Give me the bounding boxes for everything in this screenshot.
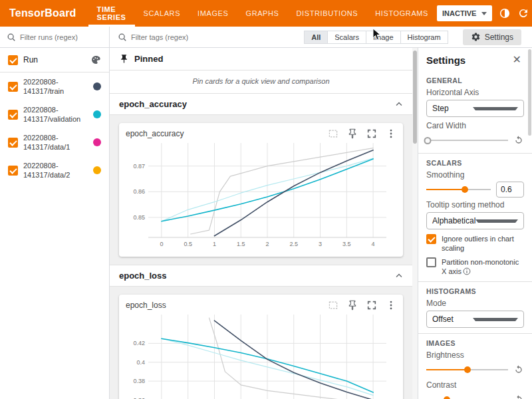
run-row-train[interactable]: 20220808- 141317/train: [0, 72, 109, 100]
run-color-dot: [93, 138, 101, 146]
tooltip-sorting-select[interactable]: Alphabetical: [426, 212, 524, 229]
svg-text:0.38: 0.38: [133, 378, 145, 384]
fullscreen-icon[interactable]: [366, 300, 377, 311]
general-heading: GENERAL: [426, 76, 524, 84]
settings-panel-title: Settings: [426, 55, 510, 66]
main-scrollbar[interactable]: [412, 48, 418, 399]
tab-scalars[interactable]: SCALARS: [135, 0, 190, 27]
run-checkbox[interactable]: [8, 82, 18, 92]
chevron-up-icon[interactable]: [395, 272, 403, 280]
filter-toolbar: All Scalars Image Histogram Settings: [0, 27, 532, 48]
histograms-heading: HISTOGRAMS: [426, 287, 524, 295]
reset-icon[interactable]: [513, 135, 524, 146]
scrollbar-thumb[interactable]: [413, 51, 417, 144]
tab-distributions[interactable]: DISTRIBUTIONS: [288, 0, 367, 27]
histogram-mode-select[interactable]: Offset: [426, 311, 524, 328]
filter-histogram-button[interactable]: Histogram: [400, 31, 448, 44]
pinned-hint-text: Pin cards for a quick view and compariso…: [110, 70, 412, 93]
run-checkbox[interactable]: [8, 110, 18, 120]
theme-contrast-icon[interactable]: [499, 7, 511, 19]
horizontal-axis-select[interactable]: Step: [426, 100, 524, 117]
chevron-up-icon[interactable]: [395, 100, 403, 108]
pin-icon: [119, 54, 129, 64]
reset-icon[interactable]: [513, 394, 524, 399]
epoch-loss-chart[interactable]: 00.511.522.533.540.360.380.40.42: [126, 311, 393, 399]
brightness-slider[interactable]: [426, 365, 508, 374]
filter-runs-input[interactable]: [20, 33, 93, 41]
svg-text:1: 1: [213, 241, 216, 247]
scalar-card-epoch-accuracy: epoch_accuracy: [119, 123, 403, 257]
svg-text:0.5: 0.5: [184, 241, 192, 247]
chevron-down-icon: [473, 107, 519, 110]
reload-status-dropdown[interactable]: INACTIVE: [437, 5, 492, 21]
gear-icon: [471, 32, 481, 42]
section-header-epoch-loss[interactable]: epoch_loss: [110, 265, 412, 287]
svg-text:0.36: 0.36: [133, 397, 145, 399]
svg-text:0: 0: [160, 241, 163, 247]
card-title: epoch_accuracy: [126, 129, 328, 138]
filter-image-button[interactable]: Image: [366, 31, 401, 44]
scalars-heading: SCALARS: [426, 159, 524, 167]
svg-text:4: 4: [372, 241, 375, 247]
run-color-dot: [93, 82, 101, 90]
more-options-icon[interactable]: [386, 128, 396, 139]
chevron-down-icon: [473, 318, 519, 321]
more-options-icon[interactable]: [386, 300, 396, 311]
pin-card-icon[interactable]: [347, 300, 358, 311]
images-heading: IMAGES: [426, 339, 524, 347]
tensorboard-app: TensorBoard TIME SERIES SCALARS IMAGES G…: [0, 0, 532, 399]
run-row-validation[interactable]: 20220808- 141317/validation: [0, 100, 109, 128]
filter-tags-input[interactable]: [131, 33, 204, 41]
run-row-data-1[interactable]: 20220808- 141317/data/1: [0, 128, 109, 156]
run-column-label: Run: [23, 55, 85, 65]
fit-domain-icon[interactable]: [328, 300, 338, 311]
info-icon[interactable]: [463, 267, 471, 275]
fit-domain-icon[interactable]: [328, 128, 338, 139]
filter-runs-container: [0, 27, 110, 47]
card-width-slider[interactable]: [426, 136, 508, 145]
filter-scalars-button[interactable]: Scalars: [327, 31, 366, 44]
run-color-dot: [93, 110, 101, 118]
svg-text:2.5: 2.5: [290, 241, 299, 247]
svg-text:0.42: 0.42: [133, 340, 145, 346]
tab-histograms[interactable]: HISTOGRAMS: [366, 0, 437, 27]
ignore-outliers-checkbox-row[interactable]: Ignore outliers in chart scaling: [426, 234, 524, 253]
panel-scrollbar-thumb[interactable]: [528, 49, 531, 136]
smoothing-value-input[interactable]: [496, 182, 524, 198]
run-row-data-2[interactable]: 20220808- 141317/data/2: [0, 156, 109, 184]
contrast-slider[interactable]: [426, 395, 508, 399]
fullscreen-icon[interactable]: [366, 128, 377, 139]
ignore-outliers-checkbox[interactable]: [426, 234, 436, 244]
select-all-runs-checkbox[interactable]: [8, 55, 18, 65]
filter-tags-container: All Scalars Image Histogram Settings: [110, 27, 532, 47]
tab-images[interactable]: IMAGES: [189, 0, 237, 27]
close-icon[interactable]: ✕: [510, 53, 524, 66]
chevron-down-icon: [481, 12, 487, 15]
svg-text:3: 3: [319, 241, 322, 247]
cards-area: Pinned Pin cards for a quick view and co…: [110, 48, 418, 399]
tab-graphs[interactable]: GRAPHS: [237, 0, 287, 27]
refresh-icon[interactable]: [517, 7, 529, 19]
search-icon: [118, 33, 127, 42]
nav-tabs: TIME SERIES SCALARS IMAGES GRAPHS DISTRI…: [88, 0, 437, 27]
run-checkbox[interactable]: [8, 138, 18, 148]
run-list-header: Run: [0, 48, 109, 72]
run-checkbox[interactable]: [8, 166, 18, 176]
epoch-accuracy-chart[interactable]: 00.511.522.533.540.850.860.87: [126, 139, 393, 251]
tab-time-series[interactable]: TIME SERIES: [88, 0, 135, 27]
svg-text:3.5: 3.5: [342, 241, 351, 247]
section-body-epoch-loss: epoch_loss: [110, 287, 412, 399]
reset-icon[interactable]: [513, 364, 524, 375]
section-header-epoch-accuracy[interactable]: epoch_accuracy: [110, 93, 412, 115]
partition-x-axis-checkbox[interactable]: [426, 257, 436, 267]
partition-x-axis-checkbox-row[interactable]: Partition non-monotonic X axis: [426, 257, 524, 276]
settings-button[interactable]: Settings: [463, 29, 521, 45]
svg-text:0.86: 0.86: [133, 188, 145, 195]
svg-text:0.4: 0.4: [136, 359, 145, 366]
svg-text:1.5: 1.5: [237, 241, 245, 247]
pin-card-icon[interactable]: [347, 128, 358, 139]
smoothing-slider[interactable]: [426, 185, 491, 194]
filter-all-button[interactable]: All: [304, 31, 328, 44]
palette-icon[interactable]: [90, 55, 101, 65]
scalar-card-epoch-loss: epoch_loss: [119, 295, 403, 399]
